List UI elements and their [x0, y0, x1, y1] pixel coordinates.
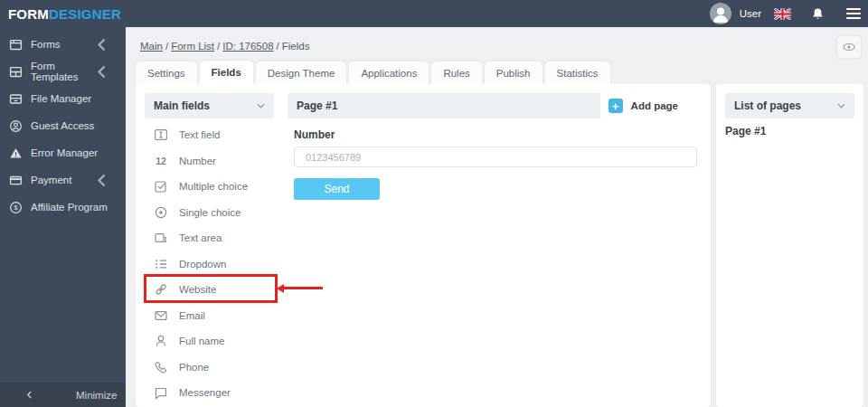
logo-designer: DESIGNER — [49, 6, 121, 22]
add-page-button[interactable]: + Add page — [600, 93, 702, 118]
uk-flag-icon[interactable] — [774, 8, 791, 20]
tab-design-theme[interactable]: Design Theme — [256, 62, 347, 85]
field-type-single-choice[interactable]: Single choice — [145, 200, 280, 226]
breadcrumb-form-list[interactable]: Form List — [171, 41, 214, 52]
text-area-icon — [154, 231, 168, 245]
email-icon — [154, 308, 168, 323]
chevron-down-icon — [257, 103, 265, 109]
chevron-left-icon — [26, 391, 33, 399]
fields-editor-card: Main fields Page #1 + Add page Text fiel… — [136, 84, 711, 407]
sidebar-item-label: Forms — [31, 39, 61, 50]
field-type-text-field[interactable]: Text field — [145, 122, 280, 148]
sidebar-menu: Forms Form Templates File Manager Guest … — [0, 31, 126, 221]
field-type-number[interactable]: 12 Number — [145, 148, 280, 175]
page-header: Page #1 + Add page — [288, 93, 702, 118]
minimize-label: Minimize — [76, 390, 117, 401]
sidebar-item-label: Payment — [31, 175, 71, 185]
sidebar-item-guest-access[interactable]: Guest Access — [0, 112, 126, 139]
main-fields-label: Main fields — [154, 99, 210, 112]
tab-rules[interactable]: Rules — [431, 62, 481, 85]
field-type-dropdown[interactable]: Dropdown — [145, 251, 280, 278]
error-manager-icon — [9, 147, 23, 160]
tab-publish[interactable]: Publish — [485, 62, 542, 85]
pages-card: List of pages Page #1 — [716, 84, 863, 407]
list-of-pages-dropdown[interactable]: List of pages — [725, 93, 854, 118]
tab-fields[interactable]: Fields — [200, 61, 253, 85]
field-type-full-name[interactable]: Full name — [145, 328, 280, 355]
breadcrumb-main[interactable]: Main — [140, 41, 163, 52]
breadcrumb-current: Fields — [282, 41, 310, 52]
send-button[interactable]: Send — [294, 178, 380, 200]
logo-form: FORM — [8, 6, 49, 22]
field-type-multiple-choice[interactable]: Multiple choice — [145, 174, 280, 200]
page-list-item[interactable]: Page #1 — [725, 125, 766, 137]
content-area: Main/Form List/ID: 176508/Fields Setting… — [126, 27, 868, 407]
sidebar-item-error-manager[interactable]: Error Manager — [0, 139, 126, 166]
text-field-icon — [154, 128, 168, 142]
sidebar-item-label: File Manager — [31, 93, 91, 104]
person-icon — [710, 3, 731, 24]
tab-statistics[interactable]: Statistics — [545, 62, 610, 85]
chevron-left-icon — [95, 65, 108, 79]
messenger-icon — [154, 385, 168, 400]
chevron-left-icon — [95, 174, 108, 187]
field-type-messenger[interactable]: Messenger — [145, 380, 280, 406]
sidebar-item-label: Guest Access — [31, 120, 94, 131]
preview-number-input[interactable] — [294, 147, 697, 167]
chevron-left-icon — [95, 38, 108, 52]
add-page-label: Add page — [631, 100, 678, 111]
affiliate-icon: $ — [9, 201, 23, 214]
notifications-button[interactable] — [811, 7, 825, 21]
number-icon: 12 — [154, 156, 168, 166]
tab-settings[interactable]: Settings — [136, 62, 197, 85]
sidebar-item-payment[interactable]: Payment — [0, 166, 126, 194]
phone-icon — [154, 360, 168, 374]
svg-text:$: $ — [14, 204, 18, 212]
sidebar-minimize-button[interactable]: Minimize — [0, 383, 126, 407]
avatar[interactable] — [710, 3, 731, 24]
list-of-pages-label: List of pages — [734, 99, 801, 112]
preview-form-button[interactable] — [836, 35, 862, 59]
field-type-website[interactable]: Website — [145, 277, 280, 303]
tab-applications[interactable]: Applications — [349, 62, 429, 85]
chevron-down-icon — [837, 103, 845, 109]
page-title: Page #1 — [297, 99, 337, 112]
multiple-choice-icon — [154, 179, 168, 194]
breadcrumb: Main/Form List/ID: 176508/Fields — [140, 41, 309, 52]
website-icon — [154, 282, 168, 297]
sidebar-item-file-manager[interactable]: File Manager — [0, 85, 126, 112]
topbar: User — [126, 0, 868, 27]
annotation-arrow — [284, 287, 323, 289]
dropdown-icon — [154, 257, 168, 271]
breadcrumb-form-id[interactable]: ID: 176508 — [222, 41, 273, 52]
sidebar-item-affiliate-program[interactable]: $ Affiliate Program — [0, 194, 126, 221]
main-fields-dropdown[interactable]: Main fields — [145, 93, 274, 118]
uk-flag-svg — [774, 8, 791, 20]
sidebar-item-forms[interactable]: Forms — [0, 31, 126, 58]
file-manager-icon — [9, 92, 23, 106]
sidebar-item-label: Error Manager — [31, 147, 98, 158]
sidebar-item-label: Form Templates — [31, 61, 95, 82]
eye-icon — [842, 40, 856, 54]
form-templates-icon — [9, 65, 23, 79]
app-logo[interactable]: FORMDESIGNER — [0, 0, 126, 27]
forms-icon — [9, 38, 23, 52]
menu-icon[interactable] — [846, 5, 861, 22]
user-menu[interactable]: User — [740, 8, 761, 19]
plus-icon: + — [609, 99, 623, 113]
bell-icon — [811, 7, 825, 21]
sidebar-item-form-templates[interactable]: Form Templates — [0, 58, 126, 85]
sidebar: FORMDESIGNER Forms Form Templates File M… — [0, 0, 126, 407]
single-choice-icon — [154, 205, 168, 220]
field-type-text-area[interactable]: Text area — [145, 225, 280, 251]
tab-bar: Settings Fields Design Theme Application… — [136, 61, 613, 85]
sidebar-item-label: Affiliate Program — [31, 202, 108, 213]
guest-access-icon — [9, 119, 23, 133]
preview-field-label: Number — [294, 128, 335, 141]
field-type-list: Text field 12 Number Multiple choice Sin… — [145, 122, 280, 406]
field-type-phone[interactable]: Phone — [145, 355, 280, 381]
full-name-icon — [154, 334, 168, 348]
payment-icon — [9, 174, 23, 187]
field-type-email[interactable]: Email — [145, 303, 280, 329]
